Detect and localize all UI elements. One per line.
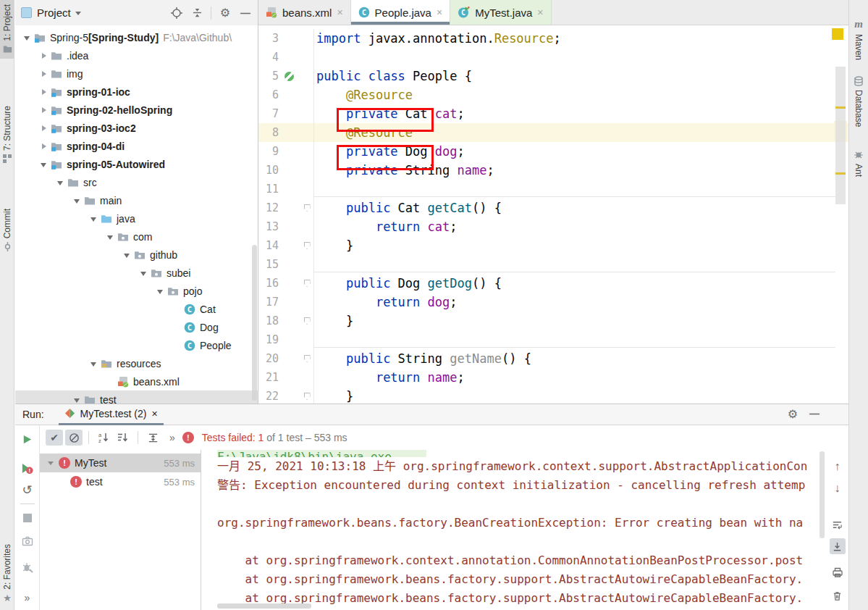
run-tab[interactable]: MyTest.test (2) × [59,404,164,425]
fold-marker-icon[interactable] [302,242,312,249]
fold-marker-icon[interactable] [302,355,312,362]
warning-stripe-mark[interactable] [835,172,846,175]
warning-stripe-mark[interactable] [835,106,846,109]
chevron-down-icon[interactable] [69,394,84,404]
tree-item-test[interactable]: test [15,390,258,404]
sidebar-item-commit[interactable]: Commit [0,204,14,256]
code-line-21[interactable]: 21 return name; [258,368,848,387]
chevron-down-icon[interactable] [135,267,151,279]
show-ignored-icon[interactable] [65,430,83,446]
scroll-down-icon[interactable]: ↓ [830,480,846,496]
scroll-to-end-icon[interactable] [830,538,846,554]
editor-tab-beans-xml[interactable]: beans.xml× [258,0,351,25]
settings-gear-icon[interactable]: ⚙ [788,407,798,421]
chevron-down-icon[interactable] [52,177,67,188]
close-icon[interactable]: × [437,7,442,18]
sidebar-item-maven[interactable]: m Maven [849,18,868,60]
editor-tab-people-java[interactable]: CPeople.java× [351,0,451,25]
collapse-all-icon[interactable] [190,7,203,20]
console-scrollbar[interactable] [819,451,825,538]
run-console[interactable]: F:\Java\jdk8\bin\java.exe ... 一月 25, 202… [201,450,826,610]
sidebar-item-database[interactable]: Database [849,76,868,127]
tree-item-main[interactable]: main [15,191,258,209]
profiler-bug-icon[interactable] [20,559,35,575]
tree-item-src[interactable]: src [15,173,258,191]
editor-scrollbar[interactable] [835,67,846,204]
show-passed-icon[interactable]: ✔ [46,430,63,446]
chevron-down-icon[interactable] [69,195,84,206]
code-line-12[interactable]: 12 public Cat getCat() { [258,199,848,217]
code-line-6[interactable]: 6 @Resource [258,85,848,104]
sidebar-item-structure[interactable]: 7: Structure [0,101,14,168]
test-tree-item-mytest[interactable]: !MyTest553 ms [40,454,201,472]
chevron-down-icon[interactable] [85,358,101,369]
test-tree-item-test[interactable]: !test553 ms [40,472,201,491]
tree-item-pojo[interactable]: pojo [15,282,258,300]
more-chevrons-icon[interactable]: » [20,590,35,606]
tree-item-beans-xml[interactable]: beans.xml [15,372,258,390]
console-hscrollbar[interactable] [217,603,311,609]
tree-item-subei[interactable]: subei [15,264,258,282]
soft-wrap-icon[interactable] [830,517,846,532]
chevron-down-icon[interactable] [44,458,57,468]
chevron-down-icon[interactable] [85,213,101,225]
hide-panel-icon[interactable]: — [239,7,252,20]
chevron-down-icon[interactable] [75,12,81,18]
snapshot-camera-icon[interactable] [20,533,35,549]
code-line-20[interactable]: 20 public String getName() { [258,349,848,368]
code-line-3[interactable]: 3import javax.annotation.Resource; [258,29,848,48]
code-line-14[interactable]: 14 } [258,236,848,255]
editor-tab-mytest-java[interactable]: CMyTest.java× [450,0,551,25]
locate-icon[interactable] [170,7,183,20]
tree-item-spring-03-ioc2[interactable]: spring-03-ioc2 [15,119,258,137]
code-line-17[interactable]: 17 return dog; [258,293,848,312]
code-line-5[interactable]: 5public class People { [258,67,848,85]
code-line-13[interactable]: 13 return cat; [258,217,848,236]
tree-item-spring-05-autowired[interactable]: spring-05-Autowired [15,155,258,173]
chevron-right-icon[interactable] [35,107,51,113]
tree-item-com[interactable]: com [15,227,258,246]
toggle-auto-test-icon[interactable]: ↺ [20,482,35,498]
settings-gear-icon[interactable]: ⚙ [219,7,232,20]
tree-item--idea[interactable]: .idea [15,46,258,64]
inspection-indicator[interactable] [832,28,843,40]
sort-alphabetically-icon[interactable]: az [95,430,112,446]
more-chevrons-icon[interactable]: » [169,432,174,443]
chevron-down-icon[interactable] [119,249,134,261]
fold-marker-icon[interactable] [302,317,312,325]
chevron-down-icon[interactable] [19,32,34,43]
fold-marker-icon[interactable] [302,393,312,400]
code-line-16[interactable]: 16 public Dog getDog() { [258,274,848,293]
tree-item-dog[interactable]: CDog [15,318,258,336]
rerun-failed-tests-icon[interactable]: ! [20,460,35,476]
print-icon[interactable] [830,564,846,580]
sidebar-item-ant[interactable]: Ant [849,150,868,177]
tree-item-java[interactable]: java [15,209,258,227]
fold-marker-icon[interactable] [302,204,312,212]
expand-collapse-icon[interactable] [144,430,161,446]
tree-item-spring-5[interactable]: Spring-5 [Spring-Study]F:\Java\Github\ [15,28,258,46]
close-icon[interactable]: × [337,7,342,18]
sidebar-item-project[interactable]: 1: Project [0,0,14,59]
code-line-22[interactable]: 22 } [258,387,848,404]
sort-by-duration-icon[interactable] [114,430,132,446]
chevron-down-icon[interactable] [35,159,51,170]
chevron-right-icon[interactable] [35,143,51,149]
rerun-icon[interactable] [20,431,35,447]
code-line-4[interactable]: 4 [258,48,848,67]
chevron-down-icon[interactable] [152,285,167,297]
project-view-selector[interactable]: Project [37,7,71,19]
hide-panel-icon[interactable]: — [809,408,819,419]
tree-item-people[interactable]: CPeople [15,336,258,354]
clear-all-trash-icon[interactable] [830,588,846,603]
tree-item-github[interactable]: github [15,246,258,264]
chevron-right-icon[interactable] [35,125,51,131]
tree-scrollbar[interactable] [252,245,257,401]
stop-icon[interactable] [20,510,35,526]
tree-item-spring-04-di[interactable]: spring-04-di [15,137,258,155]
tree-item-resources[interactable]: resources [15,354,258,372]
bean-gutter-icon[interactable] [282,72,296,81]
chevron-right-icon[interactable] [35,71,51,77]
tree-item-spring-02-hellospring[interactable]: Spring-02-helloSpring [15,101,258,119]
tree-item-spring-01-ioc[interactable]: spring-01-ioc [15,83,258,101]
